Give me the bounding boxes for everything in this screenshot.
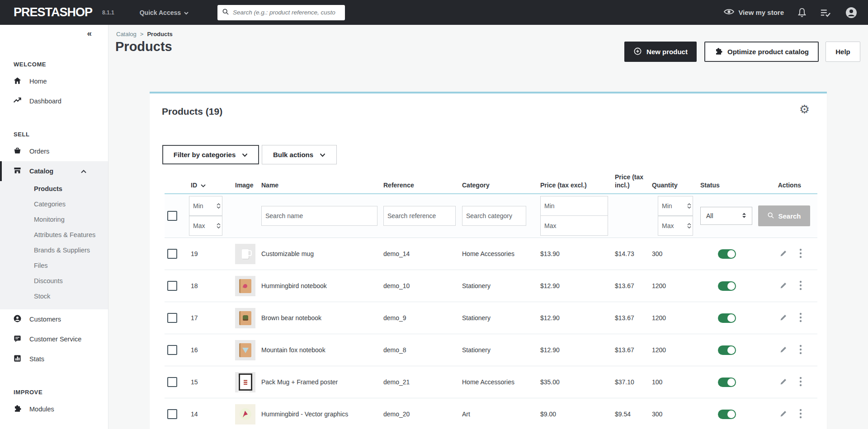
number-spinner-icon[interactable]	[687, 223, 691, 229]
sidebar-item-stats[interactable]: Stats	[0, 349, 108, 369]
category-filter-input[interactable]	[462, 206, 526, 226]
product-thumbnail[interactable]	[235, 404, 255, 424]
notifications-bell-icon[interactable]	[797, 8, 807, 18]
bulk-actions-button[interactable]: Bulk actions	[262, 145, 337, 164]
edit-pencil-icon[interactable]	[779, 281, 788, 291]
sort-chevron-icon[interactable]	[201, 182, 206, 190]
status-toggle[interactable]	[718, 345, 736, 355]
sidebar-item-label: Orders	[29, 148, 49, 155]
search-button[interactable]: Search	[758, 205, 810, 226]
sidebar-item-home[interactable]: Home	[0, 71, 108, 91]
product-name[interactable]: Hummingbird - Vector graphics	[261, 410, 382, 418]
product-thumbnail[interactable]	[235, 372, 255, 392]
kebab-menu-icon[interactable]	[799, 312, 802, 324]
breadcrumb-catalog[interactable]: Catalog	[116, 31, 137, 37]
product-name[interactable]: Mountain fox notebook	[261, 346, 382, 354]
prestashop-logo[interactable]: PRESTASHOP	[14, 5, 92, 19]
sidebar-item-label: Customers	[29, 316, 61, 323]
kebab-menu-icon[interactable]	[799, 248, 802, 260]
product-thumbnail[interactable]	[235, 244, 255, 264]
chevron-up-icon	[81, 168, 86, 175]
product-category: Home Accessories	[461, 250, 540, 257]
status-toggle[interactable]	[718, 378, 736, 387]
kebab-menu-icon[interactable]	[799, 409, 802, 420]
sidebar-item-customer-service[interactable]: Customer Service	[0, 329, 108, 349]
optimize-catalog-button[interactable]: Optimize product catalog	[704, 42, 819, 62]
product-thumbnail[interactable]	[235, 276, 255, 296]
row-checkbox[interactable]	[167, 377, 177, 387]
edit-pencil-icon[interactable]	[779, 410, 788, 419]
row-checkbox[interactable]	[167, 409, 177, 419]
product-id: 19	[186, 250, 231, 257]
edit-pencil-icon[interactable]	[779, 345, 788, 355]
status-filter-select[interactable]: All	[700, 207, 752, 225]
column-header-name[interactable]: Name	[261, 182, 382, 190]
filter-by-categories-button[interactable]: Filter by categories	[162, 145, 259, 164]
price-min-filter[interactable]	[540, 196, 608, 216]
column-header-status[interactable]: Status	[698, 182, 756, 190]
quick-access-menu[interactable]: Quick Access	[140, 9, 189, 16]
column-header-price-excl[interactable]: Price (tax excl.)	[540, 182, 615, 190]
order-messages-icon[interactable]	[820, 8, 831, 17]
sidebar-subitem-products[interactable]: Products	[0, 181, 108, 196]
sidebar-item-customers[interactable]: Customers	[0, 309, 108, 329]
number-spinner-icon[interactable]	[217, 223, 221, 229]
filter-by-categories-label: Filter by categories	[174, 151, 236, 159]
sidebar-collapse-button[interactable]: «	[0, 28, 108, 43]
product-name[interactable]: Hummingbird notebook	[261, 282, 382, 289]
price-max-filter[interactable]	[540, 216, 608, 236]
name-filter-input[interactable]	[261, 206, 377, 226]
number-spinner-icon[interactable]	[687, 203, 691, 209]
number-spinner-icon[interactable]	[217, 203, 221, 209]
kebab-menu-icon[interactable]	[799, 345, 802, 356]
help-button[interactable]: Help	[826, 42, 860, 62]
sidebar-item-catalog[interactable]: Catalog	[0, 161, 108, 181]
sidebar-item-dashboard[interactable]: Dashboard	[0, 91, 108, 111]
kebab-menu-icon[interactable]	[799, 377, 802, 388]
row-checkbox[interactable]	[167, 249, 177, 259]
product-thumbnail[interactable]	[235, 340, 255, 360]
view-my-store-link[interactable]: View my store	[724, 8, 784, 17]
product-name[interactable]: Brown bear notebook	[261, 314, 382, 322]
row-checkbox[interactable]	[167, 345, 177, 355]
global-search-input[interactable]	[233, 9, 340, 16]
sidebar-subitem-categories[interactable]: Categories	[0, 196, 108, 212]
account-icon[interactable]	[844, 6, 858, 19]
column-header-reference[interactable]: Reference	[382, 182, 461, 190]
select-all-checkbox[interactable]	[167, 211, 177, 221]
product-price-incl: $14.73	[615, 250, 652, 257]
edit-pencil-icon[interactable]	[779, 249, 788, 259]
customer-service-icon	[13, 334, 22, 344]
sidebar-subitem-stock[interactable]: Stock	[0, 289, 108, 304]
product-thumbnail[interactable]	[235, 308, 255, 328]
product-id: 14	[186, 410, 231, 418]
status-toggle[interactable]	[718, 410, 736, 419]
kebab-menu-icon[interactable]	[799, 280, 802, 292]
status-toggle[interactable]	[718, 281, 736, 291]
sidebar-subitem-attributes-features[interactable]: Attributes & Features	[0, 227, 108, 242]
column-header-id[interactable]: ID	[186, 182, 231, 190]
select-arrows-icon	[742, 212, 746, 220]
status-toggle[interactable]	[718, 249, 736, 259]
sidebar-subitem-discounts[interactable]: Discounts	[0, 273, 108, 289]
product-name[interactable]: Pack Mug + Framed poster	[261, 378, 382, 386]
new-product-button[interactable]: New product	[624, 42, 697, 62]
edit-pencil-icon[interactable]	[779, 378, 788, 387]
row-checkbox[interactable]	[167, 281, 177, 291]
column-header-price-incl[interactable]: Price (tax incl.)	[615, 173, 652, 189]
column-header-category[interactable]: Category	[461, 182, 540, 190]
reference-filter-input[interactable]	[383, 206, 456, 226]
sidebar-subitem-files[interactable]: Files	[0, 258, 108, 273]
sidebar-item-orders[interactable]: Orders	[0, 141, 108, 161]
product-category: Art	[461, 410, 540, 418]
topbar-right: View my store	[724, 0, 858, 25]
row-checkbox[interactable]	[167, 313, 177, 323]
sidebar-subitem-brands-suppliers[interactable]: Brands & Suppliers	[0, 242, 108, 258]
status-toggle[interactable]	[718, 313, 736, 323]
sidebar-subitem-monitoring[interactable]: Monitoring	[0, 212, 108, 227]
sidebar-item-modules[interactable]: Modules	[0, 399, 108, 419]
column-header-quantity[interactable]: Quantity	[652, 182, 698, 190]
product-name[interactable]: Customizable mug	[261, 250, 382, 257]
gear-icon[interactable]: ⚙	[799, 103, 810, 115]
edit-pencil-icon[interactable]	[779, 313, 788, 323]
